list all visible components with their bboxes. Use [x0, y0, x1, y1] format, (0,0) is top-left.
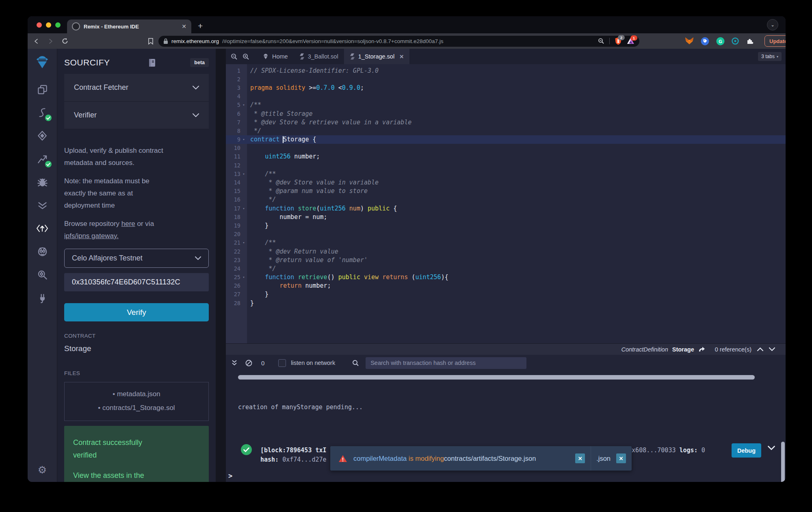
chevron-down-icon[interactable] [769, 347, 775, 351]
editor-tab-home[interactable]: Home [257, 49, 294, 64]
close-toast-icon[interactable]: ✕ [616, 453, 626, 463]
code-line[interactable]: 9▾contract Storage { [226, 135, 786, 144]
code-line[interactable]: 7 * @dev Store & retrieve value in a var… [226, 118, 786, 126]
brave-shield-icon[interactable]: 2 [615, 37, 622, 45]
ipfs-gateway-link[interactable]: ipfs/ipns gateway. [64, 232, 119, 240]
code-line[interactable]: 11 uint256 number; [226, 152, 786, 161]
unit-testing-icon[interactable] [33, 196, 51, 214]
code-line[interactable]: 20 [226, 230, 786, 239]
remix-logo[interactable] [33, 54, 51, 72]
solidity-compiler-icon[interactable] [33, 104, 51, 121]
terminal-search-input[interactable] [366, 357, 526, 369]
code-line[interactable]: 25▾ function retrieve() public view retu… [226, 273, 786, 282]
bookmark-icon[interactable] [148, 38, 154, 45]
code-line[interactable]: 1// SPDX-License-Identifier: GPL-3.0 [226, 66, 786, 75]
section-contract-fetcher[interactable]: Contract Fetcher [64, 74, 209, 102]
grammarly-icon[interactable]: G [716, 37, 725, 46]
static-analysis-icon[interactable] [33, 150, 51, 168]
reload-icon[interactable] [62, 38, 68, 44]
update-button[interactable]: Update ≡ [764, 35, 786, 47]
editor-tab-3-ballot-sol[interactable]: 3_Ballot.sol [294, 49, 344, 64]
debugger-icon[interactable] [33, 173, 51, 191]
code-line[interactable]: 24 */ [226, 264, 786, 273]
new-tab-button[interactable]: + [198, 21, 203, 31]
editor-tab-1-storage-sol[interactable]: 1_Storage.sol✕ [344, 49, 409, 64]
code-line[interactable]: 19 } [226, 221, 786, 230]
code-line[interactable]: 3pragma solidity >=0.7.0 <0.9.0; [226, 83, 786, 92]
forward-icon[interactable] [48, 38, 54, 44]
deploy-run-icon[interactable] [33, 127, 51, 145]
terminal-output[interactable]: creation of manyStorage pending... [bloc… [226, 371, 786, 482]
code-line[interactable]: 18 number = num; [226, 213, 786, 221]
fold-icon[interactable]: ▾ [240, 206, 247, 210]
back-icon[interactable] [33, 38, 39, 44]
code-editor[interactable]: 1// SPDX-License-Identifier: GPL-3.023pr… [226, 64, 786, 343]
fullscreen-window-button[interactable] [55, 22, 61, 28]
code-line[interactable]: 21▾ /** [226, 239, 786, 247]
zoom-out-icon[interactable] [231, 53, 238, 60]
close-window-button[interactable] [37, 22, 42, 28]
clear-console-icon[interactable] [245, 360, 252, 367]
code-token: num [349, 205, 360, 212]
code-line[interactable]: 10 [226, 144, 786, 152]
zoom-in-icon[interactable] [243, 53, 249, 60]
code-line[interactable]: 22 * @dev Return value [226, 247, 786, 256]
code-line[interactable]: 28} [226, 299, 786, 307]
file-explorer-icon[interactable] [33, 80, 51, 98]
fold-icon[interactable]: ▾ [240, 137, 247, 141]
close-tab-icon[interactable]: ✕ [182, 24, 186, 29]
code-line[interactable]: 17▾ function store(uint256 num) public { [226, 204, 786, 213]
browser-tab[interactable]: Remix - Ethereum IDE ✕ [67, 20, 191, 33]
bat-triangle-icon[interactable]: 1 [627, 37, 634, 45]
tag-extension-icon[interactable] [701, 37, 709, 46]
verify-button[interactable]: Verify [64, 303, 209, 321]
debug-button[interactable]: Debug [732, 443, 761, 458]
collapse-terminal-icon[interactable] [232, 360, 237, 366]
code-line[interactable]: 5▾/** [226, 101, 786, 109]
chevron-up-icon[interactable] [757, 347, 763, 351]
horizontal-scrollbar[interactable] [238, 375, 755, 380]
ast-node-name: Storage [672, 346, 694, 353]
url-bar[interactable]: remix.ethereum.org/#optimize=false&runs=… [158, 36, 639, 47]
tab-search-icon[interactable]: ⌄ [767, 19, 778, 30]
code-line[interactable]: 16 */ [226, 195, 786, 204]
contract-address-input[interactable]: 0x310356fc74E6D607C511132C [64, 273, 209, 291]
close-tab-icon[interactable]: ✕ [399, 54, 404, 60]
repository-link[interactable]: here [121, 220, 135, 228]
metamask-icon[interactable] [685, 37, 694, 45]
contract-verification-icon[interactable] [33, 266, 51, 284]
code-line[interactable]: 23 * @return value of 'number' [226, 256, 786, 264]
fold-icon[interactable]: ▾ [240, 103, 247, 107]
code-line[interactable]: 27 } [226, 290, 786, 299]
line-number: 14 [234, 179, 240, 186]
code-line[interactable]: 12 [226, 161, 786, 169]
minimize-window-button[interactable] [46, 22, 51, 28]
plugin-manager-icon[interactable] [33, 289, 51, 307]
code-line[interactable]: 2 [226, 75, 786, 83]
expand-tx-icon[interactable] [768, 446, 775, 450]
goto-definition-icon[interactable] [698, 346, 705, 352]
extensions-puzzle-icon[interactable] [746, 37, 754, 45]
code-line[interactable]: 14 * @dev Store value in variable [226, 178, 786, 187]
code-line[interactable]: 6 * @title Storage [226, 109, 786, 118]
code-line[interactable]: 4 [226, 92, 786, 101]
listen-on-network-checkbox[interactable] [278, 359, 286, 367]
code-line[interactable]: 26 return number; [226, 282, 786, 290]
fold-icon[interactable]: ▾ [240, 172, 247, 176]
settings-gear-icon[interactable]: ⚙ [33, 461, 51, 479]
section-verifier[interactable]: Verifier [64, 102, 209, 129]
vertical-scrollbar[interactable] [781, 442, 785, 482]
tabs-count-dropdown[interactable]: 3 tabs ▾ [758, 52, 782, 61]
close-toast-icon[interactable]: ✕ [575, 453, 585, 463]
code-line[interactable]: 13▾ /** [226, 169, 786, 178]
sourcify-icon[interactable] [33, 219, 51, 237]
learneth-icon[interactable] [33, 243, 51, 260]
code-line[interactable]: 8 */ [226, 126, 786, 135]
fold-icon[interactable]: ▾ [240, 241, 247, 245]
code-line[interactable]: 15 * @param num value to store [226, 187, 786, 195]
teal-extension-icon[interactable] [732, 37, 739, 45]
zoom-page-icon[interactable] [598, 38, 604, 44]
docs-book-icon[interactable] [148, 59, 156, 67]
network-select[interactable]: Celo Alfajores Testnet [64, 249, 209, 268]
fold-icon[interactable]: ▾ [240, 275, 247, 279]
